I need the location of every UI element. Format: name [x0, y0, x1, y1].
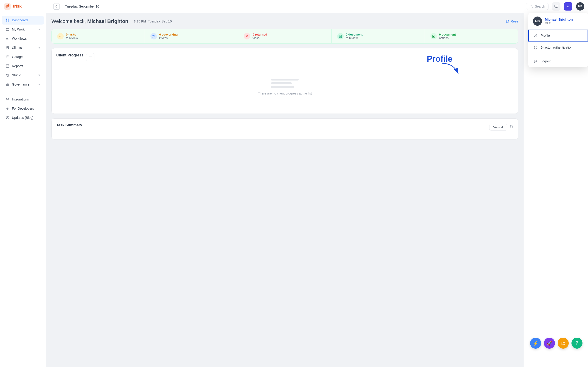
studio-icon — [6, 73, 10, 77]
stat-tasks-count: 0 tasks — [66, 33, 76, 36]
empty-line-3 — [271, 86, 294, 88]
svg-rect-17 — [6, 84, 9, 85]
chevron-left-icon — [55, 5, 58, 8]
topbar-right: Search AI MB — [526, 2, 584, 10]
welcome-row: Welcome back, Michael Brighton 3:35 PM T… — [52, 18, 518, 24]
messages-button[interactable] — [552, 2, 561, 10]
sidebar-dashboard-label: Dashboard — [12, 18, 28, 22]
refresh-button[interactable] — [509, 125, 513, 130]
svg-point-20 — [154, 35, 155, 36]
profile-header: MB Michael Brighton CEO — [528, 13, 588, 30]
shield-icon — [533, 45, 538, 50]
stat-doc-actions-count: 0 document — [439, 33, 456, 36]
profile-menu-item-profile[interactable]: Profile — [528, 30, 588, 42]
fab-lightning-button[interactable]: ⚡ — [530, 338, 541, 349]
card-header: Client Progress — [56, 53, 513, 61]
sidebar-item-reports[interactable]: Reports — [2, 62, 44, 70]
svg-rect-3 — [555, 5, 558, 7]
filter-button[interactable] — [86, 53, 95, 61]
collapse-sidebar-button[interactable] — [53, 3, 60, 10]
studio-chevron-icon: ∨ — [38, 74, 40, 77]
stat-coworking-count: 0 co-working — [159, 33, 178, 36]
refresh-icon — [509, 125, 513, 129]
sidebar-item-garage[interactable]: Garage — [2, 52, 44, 61]
user-avatar-button[interactable]: MB — [576, 2, 584, 10]
sidebar-developers-label: For Developers — [12, 107, 34, 110]
svg-point-1 — [7, 4, 9, 7]
stat-doc-review-icon — [337, 33, 344, 40]
svg-rect-9 — [6, 20, 7, 22]
clients-chevron-icon: ∨ — [38, 46, 40, 49]
reset-label: Rese — [510, 19, 518, 23]
stat-doc-actions-label: actions — [439, 36, 449, 40]
sidebar-item-studio[interactable]: Studio ∨ — [2, 71, 44, 80]
ai-icon: AI — [565, 4, 571, 9]
profile-dropdown: MB Michael Brighton CEO Profile 2-factor… — [528, 13, 588, 67]
task-summary-title: Task Summary — [56, 123, 82, 127]
clients-icon — [6, 46, 10, 50]
client-progress-title: Client Progress — [56, 53, 83, 57]
fab-help-button[interactable]: ? — [571, 338, 582, 349]
fab-archive-button[interactable]: 🗂 — [558, 338, 569, 349]
empty-line-2 — [271, 82, 292, 84]
sidebar-item-developers[interactable]: For Developers — [2, 104, 44, 113]
svg-text:AI: AI — [567, 5, 569, 8]
sidebar-item-governance[interactable]: Governance ∨ — [2, 80, 44, 89]
empty-line-1 — [271, 79, 299, 81]
svg-point-6 — [535, 34, 536, 36]
stat-coworking: 0 co-working invites — [145, 29, 238, 43]
stat-returned-label: tasks — [252, 36, 259, 40]
dashboard-icon — [6, 18, 10, 22]
topbar-date: Tuesday, September 10 — [65, 5, 522, 8]
stat-doc-actions-icon — [431, 33, 437, 40]
client-progress-card: Client Progress There are no client prog… — [52, 48, 518, 114]
reset-icon — [506, 19, 509, 23]
stat-doc-review: 0 document to review — [332, 29, 425, 43]
view-all-button[interactable]: View all — [489, 124, 507, 131]
2fa-menu-label: 2-factor authentication — [541, 46, 573, 49]
mywork-chevron-icon: ∨ — [38, 28, 40, 31]
svg-rect-11 — [6, 28, 9, 31]
sidebar-garage-label: Garage — [12, 55, 23, 59]
task-summary-header: Task Summary View all — [56, 123, 513, 131]
fab-row: ⚡ 🚀 🗂 ? — [530, 338, 582, 349]
mywork-icon — [6, 27, 10, 31]
time-value: 3:35 PM — [134, 19, 146, 23]
stat-tasks-review: ✓ 0 tasks to review — [52, 29, 145, 43]
profile-menu-item-2fa[interactable]: 2-factor authentication — [528, 42, 588, 53]
stat-coworking-label: invites — [159, 36, 168, 40]
svg-rect-10 — [8, 20, 9, 22]
sidebar-divider — [4, 92, 42, 92]
logout-menu-label: Logout — [541, 59, 551, 63]
sidebar-mywork-label: My Work — [12, 27, 25, 31]
updates-icon — [6, 116, 10, 120]
profile-menu-item-logout[interactable]: Logout — [528, 55, 588, 67]
fab-rocket-button[interactable]: 🚀 — [544, 338, 555, 349]
sidebar-updates-label: Updates (Blog) — [12, 116, 33, 119]
sidebar-item-workflows[interactable]: Workflows — [2, 34, 44, 43]
filter-icon — [88, 55, 92, 59]
sidebar-clients-label: Clients — [12, 46, 22, 50]
svg-rect-7 — [6, 19, 7, 20]
profile-user-role: CEO — [545, 21, 573, 25]
stat-coworking-text: 0 co-working invites — [159, 33, 178, 40]
ai-avatar-button[interactable]: AI — [564, 2, 572, 10]
stat-doc-review-label: to review — [346, 36, 358, 40]
sidebar-item-clients[interactable]: Clients ∨ — [2, 43, 44, 52]
sidebar-item-dashboard[interactable]: Dashboard — [2, 16, 44, 25]
sidebar-item-updates[interactable]: Updates (Blog) — [2, 113, 44, 122]
welcome-time: 3:35 PM Tuesday, Sep 10 — [134, 19, 172, 23]
welcome-text: Welcome back, Michael Brighton — [52, 18, 128, 24]
sidebar-item-integrations[interactable]: Integrations — [2, 95, 44, 104]
svg-point-12 — [7, 47, 8, 48]
search-bar[interactable]: Search — [526, 3, 548, 10]
stat-returned-icon: ✕ — [244, 33, 250, 40]
date-short: Tuesday, Sep 10 — [148, 19, 172, 23]
svg-rect-8 — [8, 19, 9, 20]
reset-button[interactable]: Rese — [506, 19, 518, 23]
integrations-icon — [6, 97, 10, 101]
client-progress-empty: There are no client progress at the list — [56, 65, 513, 109]
sidebar-item-mywork[interactable]: My Work ∨ — [2, 25, 44, 34]
stat-doc-review-text: 0 document to review — [346, 33, 363, 40]
logo: trisk — [4, 3, 50, 10]
